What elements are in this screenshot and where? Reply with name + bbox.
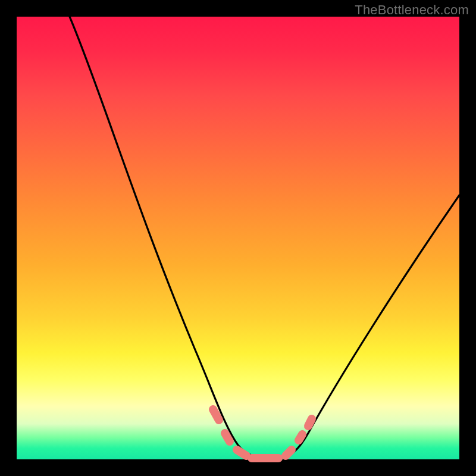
watermark-text: TheBottleneck.com: [355, 2, 469, 18]
highlight-band: [213, 409, 312, 458]
chart-frame: TheBottleneck.com: [0, 0, 476, 476]
plot-area: [17, 17, 459, 459]
chart-svg: [17, 17, 459, 459]
curve-path: [70, 17, 459, 458]
